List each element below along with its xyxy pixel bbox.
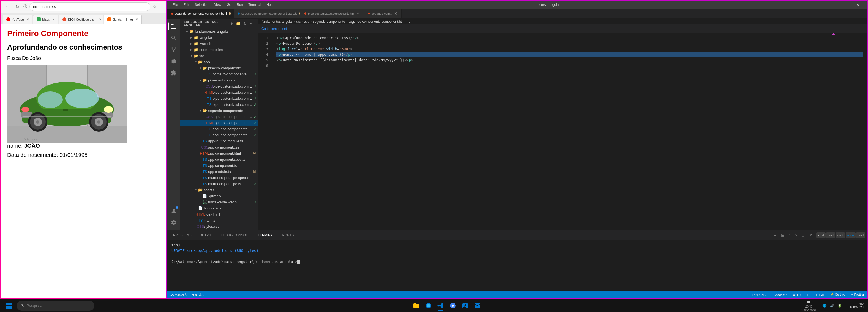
errors-status[interactable]: ⊘ 0 ⚠ 0: [191, 293, 205, 297]
tree-multiplica-ts[interactable]: ▶ TS multiplica-por.pipe.ts U: [180, 181, 258, 187]
tree-app-html[interactable]: ▶ HTML app.component.html M: [180, 150, 258, 156]
tree-fusca-verde[interactable]: ▶ 🖼 fusca-verde.webp U: [180, 199, 258, 205]
window-close-button[interactable]: ✕: [851, 1, 864, 9]
taskbar-app-store[interactable]: [460, 300, 471, 311]
tree-gitkeep[interactable]: ▶ 📄 .gitkeep: [180, 193, 258, 199]
tree-pipe-spec[interactable]: ▶ TS pipe-customizado.component.spec.ts …: [180, 95, 258, 101]
eol-status[interactable]: LF: [806, 293, 812, 297]
tab-segundo-spec[interactable]: ◆ segundo-componente.component.spec.ts ✕: [234, 9, 300, 18]
terminal-tab-output[interactable]: OUTPUT: [196, 231, 217, 240]
tree-main-ts[interactable]: ▶ TS main.ts: [180, 217, 258, 223]
tree-vscode[interactable]: ▶ 📁 .vscode: [180, 40, 258, 46]
activity-debug-icon[interactable]: [168, 56, 179, 67]
tree-segundo-ts[interactable]: ▶ TS segundo-componente.component.ts U: [180, 132, 258, 138]
tree-pipe-html[interactable]: ▶ HTML pipe-customizado.component.html U: [180, 89, 258, 95]
taskbar-app-chrome[interactable]: [447, 300, 458, 311]
encoding-status[interactable]: UTF-8: [792, 293, 803, 297]
tree-app-module[interactable]: ▶ TS app.module.ts M: [180, 169, 258, 175]
tab-close-icon[interactable]: ✕: [99, 18, 101, 21]
tree-app-spec[interactable]: ▶ TS app.component.spec.ts: [180, 156, 258, 162]
taskbar-app-file-explorer[interactable]: [411, 300, 422, 311]
tab-segundo-com[interactable]: ◆ segundo-com... ✕: [364, 9, 402, 18]
new-folder-icon[interactable]: 📁: [236, 21, 241, 26]
tree-segundo-html[interactable]: ▶ HTML segundo-componente.component.html…: [180, 120, 258, 126]
tab-close-icon[interactable]: ✕: [53, 18, 55, 21]
menu-help[interactable]: Help: [265, 2, 276, 7]
tree-app-css[interactable]: ▶ CSS app.component.css: [180, 144, 258, 150]
tray-network-icon[interactable]: 🌐: [822, 303, 828, 309]
tree-app-routing[interactable]: ▶ TS app-routing.module.ts: [180, 138, 258, 144]
activity-explorer-icon[interactable]: [168, 21, 179, 32]
spaces-status[interactable]: Spaces: 4: [773, 293, 788, 297]
collapse-all-icon[interactable]: ⋯: [249, 21, 254, 26]
browser-reload-button[interactable]: ↻: [13, 3, 21, 10]
activity-extensions-icon[interactable]: [168, 67, 179, 78]
tab-pipe-html[interactable]: ◆ pipe-customizado.component.html ✕: [300, 9, 364, 18]
terminal-cmd-3[interactable]: cmd: [836, 233, 845, 238]
menu-selection[interactable]: Selection: [193, 2, 211, 7]
terminal-tab-debug[interactable]: DEBUG CONSOLE: [217, 231, 254, 240]
activity-search-icon[interactable]: [168, 32, 179, 43]
tree-pipe-css[interactable]: ▶ CSS pipe-customizado.component.css U: [180, 83, 258, 89]
activity-account-icon[interactable]: [168, 205, 179, 216]
tree-styles-css[interactable]: ▶ CSS styles.css: [180, 223, 258, 230]
tree-segundo-css[interactable]: ▶ CSS segundo-componente.component.css U: [180, 114, 258, 120]
breadcrumb-item[interactable]: fundamentos-angular: [261, 20, 293, 24]
tab-close-icon[interactable]: ✕: [356, 11, 360, 16]
cursor-position-status[interactable]: Ln 4, Col 36: [751, 293, 769, 297]
tab-maps[interactable]: Maps ✕: [33, 15, 58, 24]
tab-close-icon[interactable]: ✕: [27, 18, 29, 21]
new-file-icon[interactable]: +: [229, 21, 235, 26]
activity-git-icon[interactable]: [168, 44, 179, 55]
menu-run[interactable]: Run: [235, 2, 245, 7]
prettier-status[interactable]: ✦ Prettier: [850, 293, 865, 297]
menu-view[interactable]: View: [212, 2, 223, 7]
tree-pipe-customizado[interactable]: ▼ 📂 pipe-customizado: [180, 77, 258, 83]
browser-menu-icon[interactable]: ⋮: [159, 4, 163, 9]
terminal-split-icon[interactable]: ⊞: [779, 232, 786, 239]
tree-primeiro-comp-ts[interactable]: ▶ TS primeiro-componente.component.ts U: [180, 71, 258, 77]
taskbar-app-mail[interactable]: [472, 300, 483, 311]
tab-scratch[interactable]: Scratch - Imag ✕: [104, 15, 142, 24]
tree-assets[interactable]: ▼ 📂 assets: [180, 187, 258, 193]
tree-segundo-spec[interactable]: ▶ TS segundo-componente.component.spec.t…: [180, 126, 258, 132]
tree-favicon[interactable]: ▶ 📄 favicon.ico: [180, 205, 258, 211]
taskbar-clock[interactable]: 16:02 16/10/2023: [846, 302, 866, 309]
tab-youtube[interactable]: YouTube ✕: [3, 15, 32, 24]
tree-node-modules[interactable]: ▶ 📁 node_modules: [180, 46, 258, 53]
taskbar-search[interactable]: [17, 301, 94, 311]
terminal-tab-problems[interactable]: PROBLEMS: [169, 231, 196, 240]
breadcrumb-item[interactable]: app: [304, 20, 309, 24]
taskbar-search-input[interactable]: [27, 303, 91, 308]
taskbar-app-vscode[interactable]: [435, 300, 446, 311]
browser-star-icon[interactable]: ☆: [153, 4, 156, 9]
tree-src[interactable]: ▼ 📂 src: [180, 53, 258, 59]
breadcrumb-item[interactable]: segundo-componente: [313, 20, 345, 24]
tree-segundo-componente[interactable]: ▼ 📂 segundo-componente: [180, 107, 258, 114]
language-status[interactable]: HTML: [815, 293, 826, 297]
breadcrumb-item[interactable]: src: [296, 20, 301, 24]
tab-segundo-html[interactable]: ◆ segundo-componente.component.html ✕: [167, 9, 234, 18]
terminal-plus-icon[interactable]: +: [772, 232, 778, 239]
terminal-cmd-1[interactable]: cmd: [816, 233, 826, 238]
address-bar[interactable]: [29, 2, 150, 11]
window-minimize-button[interactable]: ─: [824, 1, 836, 9]
breadcrumb-item[interactable]: segundo-componente.component.html: [348, 20, 405, 24]
tray-volume-icon[interactable]: 🔊: [829, 303, 835, 309]
go-to-component-bar[interactable]: Go to component: [258, 25, 867, 33]
tree-app[interactable]: ▼ 📂 app: [180, 59, 258, 65]
menu-go[interactable]: Go: [224, 2, 234, 7]
tab-dio[interactable]: DIO | Codifique o s... ✕: [59, 15, 103, 24]
terminal-close-icon[interactable]: ✕: [807, 232, 814, 239]
refresh-icon[interactable]: ↻: [242, 21, 248, 26]
tree-multiplica-spec[interactable]: ▶ TS multiplica-por.pipe.spec.ts: [180, 175, 258, 181]
editor-content[interactable]: 1 2 3 4 5 6 <h2>Aprofundando os conhecim…: [258, 33, 867, 230]
browser-back-button[interactable]: ←: [3, 3, 11, 10]
terminal-tab-ports[interactable]: PORTS: [278, 231, 298, 240]
breadcrumb-item[interactable]: p: [408, 20, 410, 24]
terminal-tab-terminal[interactable]: TERMINAL: [254, 231, 279, 240]
tree-root-folder[interactable]: ▼ 📂 fundamentos-angular: [180, 28, 258, 34]
terminal-content[interactable]: tes) UPDATE src/app/app.module.ts (860 b…: [167, 240, 867, 291]
tree-primeiro-componente[interactable]: ▼ 📂 pimeiro-componente: [180, 65, 258, 71]
menu-terminal[interactable]: Terminal: [246, 2, 263, 7]
